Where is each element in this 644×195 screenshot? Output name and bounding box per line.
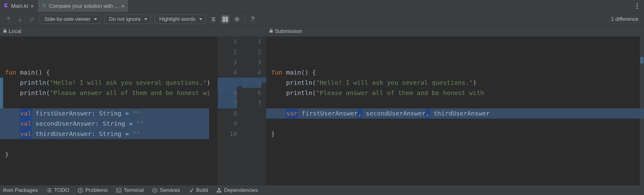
help-button[interactable]: ? (249, 15, 257, 23)
code-line[interactable]: var firstUserAnswer, secondUserAnswer, t… (266, 108, 644, 119)
diff-icon (42, 3, 47, 9)
warning-icon (78, 188, 83, 193)
chevron-down-icon (94, 18, 97, 20)
code-line[interactable]: println("Hello! I will ask you several q… (266, 78, 644, 88)
svg-rect-18 (219, 191, 221, 193)
code-line[interactable]: val secondUserAnswer: String = "" (0, 119, 218, 129)
deps-icon (217, 188, 221, 193)
svg-point-4 (637, 8, 638, 9)
tab-label: Compare your solution with ... (49, 3, 119, 9)
highlight-mode-select[interactable]: Highlight words (154, 15, 205, 24)
right-editor[interactable]: fun main() { println("Hello! I will ask … (266, 37, 644, 185)
diff-toolbar: Side-by-side viewer Do not ignore Highli… (0, 12, 644, 26)
chevron-down-icon (199, 18, 202, 20)
pane-title: Submission (275, 28, 302, 34)
tab-compare[interactable]: Compare your solution with ... (38, 0, 128, 12)
code-line[interactable] (0, 160, 218, 170)
tool-window-bar: thon Packages TODO Problems Terminal Ser… (0, 185, 644, 195)
svg-point-2 (637, 3, 638, 5)
svg-rect-16 (218, 188, 220, 189)
code-line[interactable]: println("Please answer all of them and b… (266, 88, 644, 98)
combo-label: Do not ignore (109, 16, 141, 22)
tab-main-kt[interactable]: Main.kt (0, 0, 38, 12)
viewer-mode-select[interactable]: Side-by-side viewer (40, 15, 101, 24)
diff-view: fun main() { println("Hello! I will ask … (0, 37, 644, 185)
svg-rect-8 (3, 30, 7, 33)
close-icon[interactable] (121, 5, 124, 8)
settings-button[interactable] (233, 15, 241, 23)
tab-options-menu[interactable] (633, 0, 642, 12)
left-pane-header: Local (0, 26, 218, 36)
tool-python-packages[interactable]: thon Packages (3, 187, 38, 193)
pane-title: Local (9, 28, 21, 34)
editor-tabs: Main.kt Compare your solution with ... (0, 0, 644, 12)
prev-diff-button[interactable] (4, 15, 12, 23)
tool-dependencies[interactable]: Dependencies (217, 187, 258, 193)
tool-problems[interactable]: Problems (78, 187, 108, 193)
left-editor[interactable]: fun main() { println("Hello! I will ask … (0, 37, 218, 185)
kotlin-file-icon (4, 3, 9, 9)
svg-rect-12 (80, 191, 81, 192)
svg-rect-9 (270, 30, 273, 33)
edit-icon[interactable] (28, 15, 36, 23)
tool-services[interactable]: Services (152, 187, 180, 193)
code-line[interactable]: fun main() { (266, 67, 644, 78)
svg-marker-15 (154, 190, 156, 191)
lock-icon (269, 28, 273, 34)
combo-label: Highlight words (159, 16, 195, 22)
code-line[interactable]: } (0, 149, 218, 160)
code-line[interactable]: println("Hello! I will ask you several q… (0, 78, 218, 88)
code-line[interactable]: fun main() { (0, 67, 218, 78)
sync-scroll-button[interactable] (221, 15, 229, 23)
code-line[interactable]: } (266, 129, 644, 139)
tool-build[interactable]: Build (189, 187, 208, 193)
close-icon[interactable] (31, 5, 34, 8)
collapse-unchanged-button[interactable] (209, 15, 217, 23)
services-icon (152, 188, 157, 193)
diff-count: 1 difference (611, 16, 640, 22)
svg-point-7 (236, 18, 238, 20)
line-number-gutter: 12345678910 1234567 (218, 37, 266, 185)
combo-label: Side-by-side viewer (44, 16, 90, 22)
right-pane-header: Submission (266, 26, 644, 36)
ignore-mode-select[interactable]: Do not ignore (104, 15, 151, 24)
code-line[interactable] (0, 139, 218, 149)
list-icon (47, 188, 51, 193)
svg-point-3 (637, 6, 638, 7)
tool-todo[interactable]: TODO (47, 187, 69, 193)
pane-headers: Local Submission (0, 26, 644, 37)
terminal-icon (116, 188, 121, 193)
tab-label: Main.kt (11, 3, 28, 9)
svg-rect-17 (217, 191, 219, 193)
code-line[interactable]: println("Please answer all of them and b… (0, 88, 218, 98)
code-line[interactable] (266, 98, 644, 108)
lock-icon (3, 28, 7, 34)
hammer-icon (189, 188, 194, 193)
svg-rect-11 (80, 189, 81, 191)
code-line[interactable]: val thirdUserAnswer: String = "" (0, 129, 218, 139)
chevron-down-icon (144, 18, 147, 20)
tool-terminal[interactable]: Terminal (116, 187, 144, 193)
next-diff-button[interactable] (16, 15, 24, 23)
code-line[interactable] (0, 98, 218, 108)
code-line[interactable] (266, 119, 644, 129)
code-line[interactable]: val firstUserAnswer: String = "" (0, 108, 218, 119)
